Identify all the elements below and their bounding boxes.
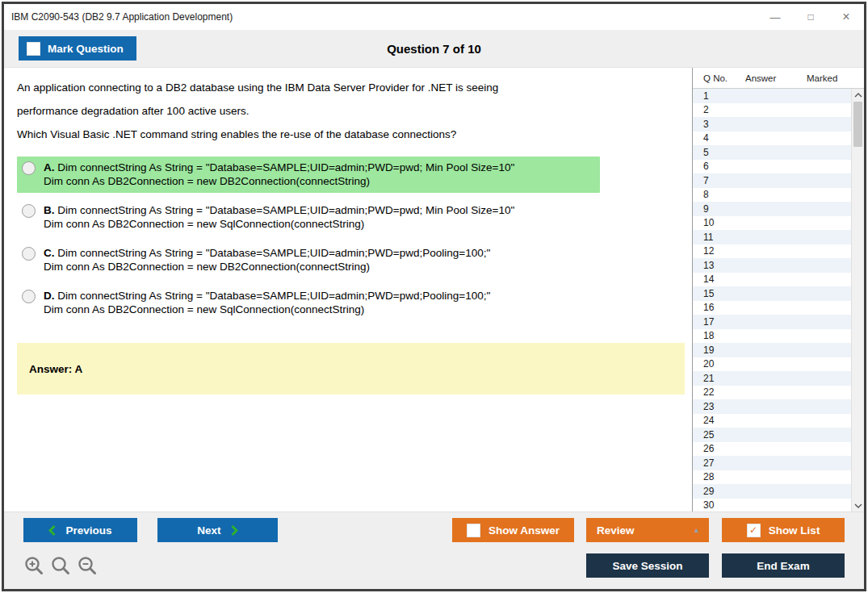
question-row-number: 28 [703, 471, 745, 482]
option-b[interactable]: B. Dim connectString As String = "Databa… [17, 199, 600, 236]
scrollbar-thumb[interactable] [853, 102, 862, 147]
question-list-body: 1 2 3 [693, 89, 864, 512]
question-row[interactable]: 12 [693, 244, 851, 259]
scroll-up-icon[interactable] [854, 89, 862, 101]
question-row[interactable]: 26 [693, 442, 851, 457]
question-row[interactable]: 1 [693, 89, 851, 103]
option-letter: C. [44, 247, 55, 259]
chevron-right-icon [231, 525, 238, 536]
question-row[interactable]: 5 [693, 145, 851, 160]
question-row-number: 2 [703, 104, 745, 115]
question-row[interactable]: 27 [693, 456, 851, 470]
option-d[interactable]: D. Dim connectString As String = "Databa… [17, 285, 600, 321]
question-row[interactable]: 22 [693, 386, 851, 400]
zoom-reset-icon[interactable] [50, 555, 71, 576]
option-letter: B. [44, 204, 55, 216]
scroll-down-icon[interactable] [854, 499, 862, 512]
question-row[interactable]: 28 [693, 470, 851, 485]
show-list-checkbox[interactable]: ✓ [747, 524, 761, 537]
show-list-button[interactable]: ✓ Show List [722, 518, 845, 542]
question-row-number: 30 [703, 499, 745, 511]
question-row-number: 22 [703, 386, 745, 398]
question-row[interactable]: 9 [693, 202, 851, 216]
question-row[interactable]: 6 [693, 160, 851, 174]
option-b-text: B. Dim connectString As String = "Databa… [44, 203, 514, 231]
zoom-controls [23, 555, 98, 576]
question-row-number: 26 [703, 443, 745, 454]
question-row[interactable]: 15 [693, 286, 851, 301]
minimize-icon[interactable]: — [757, 4, 793, 30]
zoom-out-icon[interactable] [77, 555, 98, 576]
zoom-in-icon[interactable] [23, 555, 44, 576]
option-c[interactable]: C. Dim connectString As String = "Databa… [17, 242, 600, 278]
question-row-number: 11 [703, 232, 745, 243]
question-row-number: 8 [703, 189, 745, 200]
question-row[interactable]: 8 [693, 188, 851, 203]
option-line2: Dim conn As DB2Connection = new DB2Conne… [44, 260, 490, 274]
question-row[interactable]: 17 [693, 315, 851, 329]
chevron-left-icon [48, 525, 56, 536]
question-row[interactable]: 4 [693, 132, 851, 146]
question-row-number: 3 [703, 119, 745, 130]
review-button[interactable]: Review ▲ [586, 518, 709, 542]
question-row[interactable]: 19 [693, 343, 851, 357]
column-marked: Marked [807, 73, 864, 83]
mark-question-checkbox[interactable] [27, 42, 40, 56]
question-row[interactable]: 29 [693, 484, 851, 499]
show-list-label: Show List [769, 524, 820, 537]
previous-button[interactable]: Previous [23, 518, 137, 542]
question-row[interactable]: 10 [693, 216, 851, 231]
option-a-radio[interactable] [22, 161, 36, 175]
question-panel: An application connecting to a DB2 datab… [4, 68, 692, 512]
question-row-number: 29 [703, 486, 745, 497]
save-session-button[interactable]: Save Session [586, 553, 709, 578]
option-d-radio[interactable] [22, 290, 36, 303]
question-row-number: 25 [703, 429, 745, 441]
header-bar: Question 7 of 10 Mark Question [4, 30, 864, 67]
question-row[interactable]: 14 [693, 273, 851, 287]
option-letter: A. [44, 161, 55, 173]
question-row-number: 7 [703, 175, 745, 186]
next-button[interactable]: Next [157, 518, 278, 542]
question-row[interactable]: 11 [693, 230, 851, 244]
option-a[interactable]: A. Dim connectString As String = "Databa… [17, 157, 600, 193]
column-q-no: Q No. [703, 73, 745, 83]
question-row[interactable]: 20 [693, 357, 851, 372]
option-b-radio[interactable] [22, 204, 36, 218]
footer-row-1: Previous Next Show Answer Review ▲ ✓ Sho… [23, 518, 845, 542]
question-row[interactable]: 7 [693, 173, 851, 188]
show-answer-checkbox[interactable] [467, 524, 480, 537]
question-row[interactable]: 3 [693, 117, 851, 132]
end-exam-label: End Exam [757, 560, 809, 572]
mark-question-button[interactable]: Mark Question [19, 36, 136, 61]
question-row[interactable]: 23 [693, 399, 851, 414]
option-d-text: D. Dim connectString As String = "Databa… [44, 289, 490, 316]
question-list: 1 2 3 [693, 89, 851, 512]
content-area: An application connecting to a DB2 datab… [4, 67, 864, 512]
question-row-number: 13 [703, 260, 745, 271]
question-list-panel: Q No. Answer Marked 1 2 [692, 68, 864, 512]
question-row-number: 10 [703, 217, 745, 228]
question-row[interactable]: 24 [693, 414, 851, 428]
question-row-number: 14 [703, 274, 745, 285]
app-window: IBM C2090-543 (DB2 9.7 Application Devel… [2, 2, 866, 591]
question-row[interactable]: 2 [693, 103, 851, 118]
question-row-number: 21 [703, 373, 745, 384]
question-row[interactable]: 30 [693, 499, 851, 512]
options-list: A. Dim connectString As String = "Databa… [17, 157, 600, 321]
option-c-radio[interactable] [22, 247, 36, 261]
show-answer-button[interactable]: Show Answer [452, 518, 574, 542]
option-line1: Dim connectString As String = "Database=… [57, 247, 490, 259]
question-row-number: 18 [703, 330, 745, 341]
question-row[interactable]: 21 [693, 371, 851, 386]
question-row[interactable]: 13 [693, 258, 851, 273]
question-row[interactable]: 25 [693, 428, 851, 442]
close-icon[interactable]: × [828, 4, 864, 30]
question-list-scrollbar[interactable] [851, 89, 864, 512]
question-row[interactable]: 16 [693, 301, 851, 315]
end-exam-button[interactable]: End Exam [722, 553, 845, 578]
maximize-icon[interactable]: □ [793, 4, 828, 30]
question-row[interactable]: 18 [693, 329, 851, 344]
question-row-number: 5 [703, 147, 745, 158]
checkmark-icon: ✓ [749, 525, 757, 535]
